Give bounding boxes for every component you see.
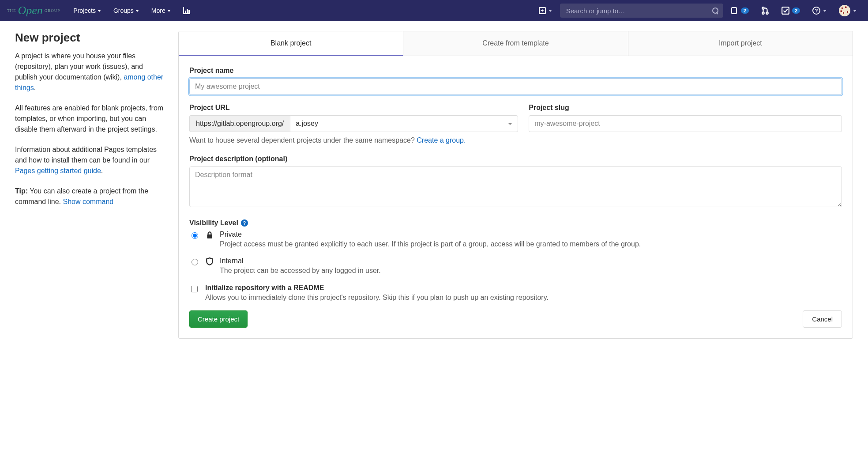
nav-groups-label: Groups <box>113 7 134 14</box>
avatar <box>839 5 850 16</box>
lock-icon <box>206 231 214 239</box>
nav-projects-label: Projects <box>73 7 96 14</box>
help-icon[interactable]: ? <box>241 219 248 227</box>
readme-desc: Allows you to immediately clone this pro… <box>205 293 842 302</box>
tab-import-project[interactable]: Import project <box>628 31 853 56</box>
internal-desc: The project can be accessed by any logge… <box>220 266 842 276</box>
global-search[interactable] <box>560 4 723 18</box>
issues-icon <box>731 7 738 14</box>
link-create-group[interactable]: Create a group. <box>417 136 466 144</box>
chevron-down-icon <box>549 10 552 12</box>
nav-groups[interactable]: Groups <box>109 0 143 21</box>
radio-internal[interactable] <box>192 259 198 265</box>
url-prefix: https://gitlab.opengroup.org/ <box>189 115 290 132</box>
nav-more[interactable]: More <box>147 0 175 21</box>
info-paragraph-1: A project is where you house your files … <box>15 51 165 93</box>
search-input[interactable] <box>565 7 709 15</box>
info-sidebar: New project A project is where you house… <box>15 31 178 217</box>
cancel-button[interactable]: Cancel <box>803 310 842 328</box>
chevron-down-icon <box>823 10 827 12</box>
svg-point-2 <box>762 12 764 14</box>
nav-todos[interactable]: 2 <box>777 0 804 21</box>
chevron-down-icon <box>98 10 101 12</box>
input-project-slug[interactable] <box>529 115 842 132</box>
tab-create-from-template[interactable]: Create from template <box>403 31 628 56</box>
label-visibility: Visibility Level ? <box>189 219 842 227</box>
input-description[interactable] <box>189 166 842 207</box>
nav-issues[interactable]: 2 <box>727 0 753 21</box>
link-pages-guide[interactable]: Pages getting started guide <box>15 167 101 174</box>
chart-icon <box>183 7 190 14</box>
chevron-down-icon <box>508 123 512 125</box>
namespace-hint: Want to house several dependent projects… <box>189 136 842 144</box>
shield-icon <box>206 257 214 265</box>
project-tabs: Blank project Create from template Impor… <box>178 31 853 56</box>
todo-icon <box>782 7 789 15</box>
tab-blank-project[interactable]: Blank project <box>179 31 403 56</box>
info-tip: Tip: You can also create a project from … <box>15 186 165 207</box>
info-paragraph-2: All features are enabled for blank proje… <box>15 103 165 135</box>
page-title: New project <box>15 31 165 45</box>
label-project-name: Project name <box>189 67 842 75</box>
issues-badge: 2 <box>741 8 749 14</box>
nav-activity[interactable] <box>179 0 195 21</box>
label-project-slug: Project slug <box>529 104 842 112</box>
option-init-readme[interactable]: Initialize repository with a README Allo… <box>189 284 842 302</box>
readme-title: Initialize repository with a README <box>205 284 842 292</box>
new-dropdown[interactable]: + <box>534 0 556 21</box>
svg-rect-0 <box>732 8 736 14</box>
help-icon: ? <box>812 7 820 15</box>
new-project-form: Project name Project URL https://gitlab.… <box>178 56 853 339</box>
namespace-value: a.josey <box>296 120 318 128</box>
info-paragraph-3: Information about additional Pages templ… <box>15 144 165 176</box>
svg-point-1 <box>762 7 764 9</box>
merge-request-icon <box>761 7 769 15</box>
search-icon <box>712 8 718 14</box>
svg-rect-5 <box>207 234 212 238</box>
top-navbar: THEOpenGROUP Projects Groups More + 2 2 … <box>0 0 868 21</box>
visibility-option-internal[interactable]: Internal The project can be accessed by … <box>189 257 842 276</box>
input-project-name[interactable] <box>189 78 842 95</box>
nav-help[interactable]: ? <box>808 0 831 21</box>
create-project-button[interactable]: Create project <box>189 310 248 328</box>
label-project-url: Project URL <box>189 104 518 112</box>
radio-private[interactable] <box>192 232 198 239</box>
chevron-down-icon <box>853 10 857 12</box>
link-show-command[interactable]: Show command <box>63 198 114 205</box>
select-namespace[interactable]: a.josey <box>290 115 518 132</box>
svg-point-3 <box>766 12 768 14</box>
internal-title: Internal <box>220 257 842 265</box>
private-title: Private <box>220 231 842 238</box>
todos-badge: 2 <box>792 8 800 14</box>
private-desc: Project access must be granted explicitl… <box>220 239 842 249</box>
nav-merge-requests[interactable] <box>757 0 774 21</box>
plus-icon: + <box>539 7 546 14</box>
label-description: Project description (optional) <box>189 155 842 163</box>
visibility-option-private[interactable]: Private Project access must be granted e… <box>189 231 842 249</box>
user-menu[interactable] <box>834 0 861 21</box>
nav-more-label: More <box>151 7 165 14</box>
brand-logo[interactable]: THEOpenGROUP <box>7 4 60 17</box>
checkbox-readme[interactable] <box>191 286 198 292</box>
svg-rect-4 <box>782 7 789 14</box>
chevron-down-icon <box>167 10 171 12</box>
nav-projects[interactable]: Projects <box>69 0 105 21</box>
chevron-down-icon <box>135 10 139 12</box>
